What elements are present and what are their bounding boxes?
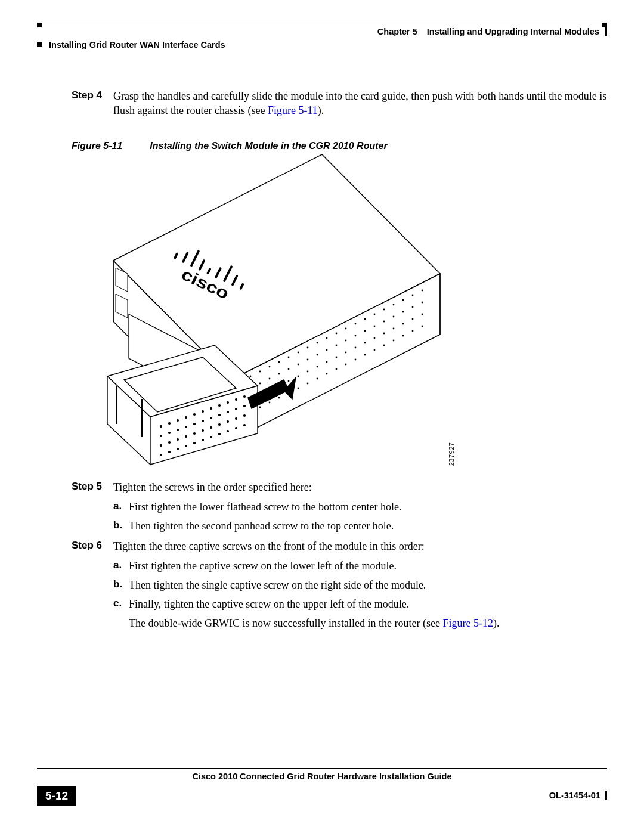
svg-point-32 xyxy=(345,340,347,342)
figure-caption: Figure 5-11Installing the Switch Module … xyxy=(72,140,607,153)
step-intro: Tighten the screws in the order specifie… xyxy=(113,480,607,494)
svg-point-111 xyxy=(194,423,196,425)
svg-point-128 xyxy=(244,415,246,417)
list-item-text: First tighten the captive screw on the l… xyxy=(129,559,607,573)
svg-point-78 xyxy=(422,326,423,327)
svg-point-21 xyxy=(422,290,423,292)
svg-point-109 xyxy=(177,429,179,431)
svg-point-50 xyxy=(336,357,338,358)
svg-point-27 xyxy=(298,364,299,366)
svg-point-124 xyxy=(210,427,212,429)
svg-point-34 xyxy=(364,330,366,332)
step-label: Step 5 xyxy=(37,480,113,533)
svg-point-3 xyxy=(250,376,252,377)
svg-point-58 xyxy=(412,318,414,320)
svg-point-97 xyxy=(169,423,171,425)
svg-point-125 xyxy=(219,424,221,426)
svg-point-114 xyxy=(219,414,221,416)
svg-point-62 xyxy=(269,402,271,404)
svg-point-106 xyxy=(244,396,246,398)
svg-point-6 xyxy=(278,361,280,363)
svg-point-31 xyxy=(336,345,338,346)
figure-link[interactable]: Figure 5-12 xyxy=(442,617,493,629)
list-marker: b. xyxy=(113,519,129,533)
svg-point-119 xyxy=(169,442,171,444)
svg-point-47 xyxy=(307,371,309,373)
svg-point-74 xyxy=(383,345,385,346)
svg-point-118 xyxy=(160,445,162,447)
svg-point-5 xyxy=(269,366,271,368)
svg-point-103 xyxy=(219,405,221,407)
svg-point-101 xyxy=(202,411,204,413)
svg-point-35 xyxy=(374,326,376,327)
list-marker: b. xyxy=(113,578,129,592)
section-header: Installing Grid Router WAN Interface Car… xyxy=(37,39,607,51)
result-text-end: ). xyxy=(493,617,500,629)
figure-link[interactable]: Figure 5-11 xyxy=(268,104,318,116)
step-5: Step 5 Tighten the screws in the order s… xyxy=(37,480,607,533)
svg-point-70 xyxy=(345,364,347,366)
svg-point-67 xyxy=(317,378,318,380)
step-4: Step 4 Grasp the handles and carefully s… xyxy=(37,89,607,118)
list-item-text: First tighten the lower flathead screw t… xyxy=(129,500,607,514)
step-label: Step 4 xyxy=(37,89,113,118)
svg-point-65 xyxy=(298,388,299,389)
svg-point-115 xyxy=(227,411,229,413)
svg-point-127 xyxy=(236,418,237,420)
step-text-end: ). xyxy=(318,104,324,116)
svg-point-73 xyxy=(374,349,376,351)
svg-point-110 xyxy=(185,426,187,428)
svg-point-134 xyxy=(202,439,204,441)
chapter-header: Chapter 5 Installing and Upgrading Inter… xyxy=(377,26,607,38)
svg-point-121 xyxy=(185,436,187,438)
svg-point-105 xyxy=(236,399,237,401)
svg-point-130 xyxy=(169,451,171,453)
svg-point-18 xyxy=(393,304,395,306)
svg-point-135 xyxy=(210,436,212,438)
svg-point-26 xyxy=(288,368,290,370)
svg-point-30 xyxy=(326,349,328,351)
svg-point-39 xyxy=(412,306,414,308)
footer-title: Cisco 2010 Connected Grid Router Hardwar… xyxy=(188,771,455,783)
page-footer: Cisco 2010 Connected Grid Router Hardwar… xyxy=(37,768,607,806)
svg-point-9 xyxy=(307,347,309,349)
result-text: The double-wide GRWIC is now successfull… xyxy=(129,617,442,629)
step-6: Step 6 Tighten the three captive screws … xyxy=(37,539,607,630)
figure-id: 237927 xyxy=(448,442,457,466)
svg-point-36 xyxy=(383,321,385,323)
svg-point-136 xyxy=(219,433,221,435)
page-number: 5-12 xyxy=(37,786,76,806)
svg-point-45 xyxy=(288,380,290,382)
svg-point-131 xyxy=(177,448,179,450)
svg-point-138 xyxy=(236,428,237,429)
svg-point-139 xyxy=(244,425,246,426)
svg-point-37 xyxy=(393,316,395,318)
svg-point-15 xyxy=(364,318,366,320)
svg-point-100 xyxy=(194,414,196,416)
list-marker: c. xyxy=(113,597,129,631)
svg-point-133 xyxy=(194,442,196,444)
svg-point-69 xyxy=(336,368,338,370)
svg-point-24 xyxy=(269,378,271,380)
list-item-text: Then tighten the single captive screw on… xyxy=(129,578,607,592)
svg-point-20 xyxy=(412,295,414,296)
svg-point-8 xyxy=(298,352,299,354)
svg-point-63 xyxy=(278,397,280,399)
svg-point-10 xyxy=(317,342,318,344)
svg-point-19 xyxy=(402,299,404,301)
step-label: Step 6 xyxy=(37,539,113,630)
svg-point-75 xyxy=(393,340,395,342)
header-rule xyxy=(37,23,607,27)
svg-point-77 xyxy=(412,330,414,332)
figure-illustration: cisco xyxy=(72,154,447,472)
svg-point-102 xyxy=(210,408,212,410)
svg-point-54 xyxy=(374,337,376,339)
svg-point-28 xyxy=(307,359,309,361)
list-marker: a. xyxy=(113,559,129,573)
svg-point-104 xyxy=(227,402,229,404)
svg-point-123 xyxy=(202,430,204,432)
svg-point-46 xyxy=(298,376,299,377)
svg-point-117 xyxy=(244,405,246,407)
svg-point-11 xyxy=(326,337,328,339)
router-module-illustration-svg: cisco xyxy=(72,154,447,472)
